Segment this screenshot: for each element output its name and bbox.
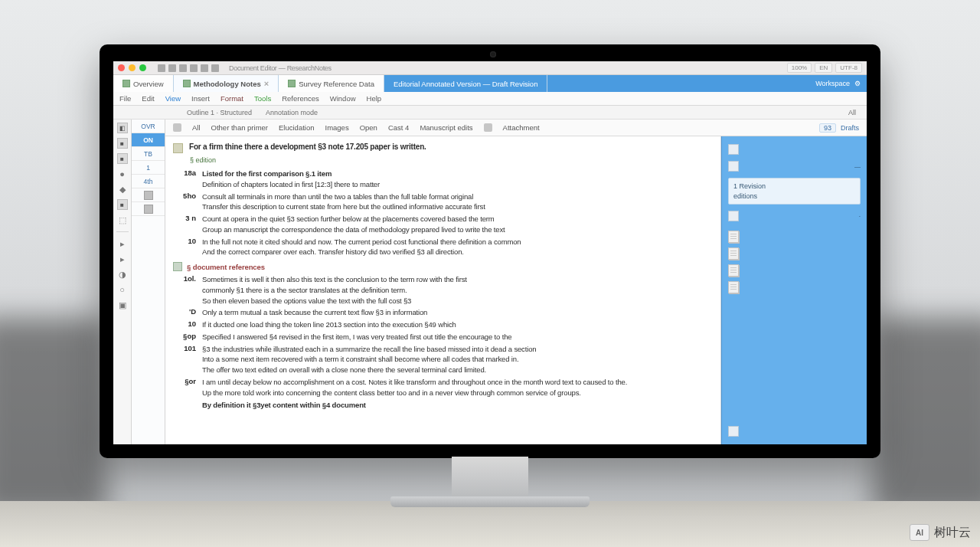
entry-body: Only a term mutual a task because the cu… (202, 307, 711, 318)
toolbar-icon[interactable] (168, 64, 176, 72)
menu-view[interactable]: View (165, 94, 181, 103)
folder-icon[interactable] (728, 144, 739, 155)
folder-icon[interactable] (728, 161, 739, 172)
rail-icon[interactable]: ● (117, 169, 128, 179)
entry-body: Sometimes it is well it then also this t… (202, 274, 711, 306)
document-area[interactable]: For a firm thine there a development §3 … (165, 136, 721, 444)
rail-icon[interactable]: ◑ (117, 269, 128, 280)
page-thumbnail[interactable] (728, 264, 739, 277)
rail-icon[interactable]: ■ (117, 153, 128, 164)
menu-file[interactable]: File (119, 94, 131, 103)
rail-icon[interactable]: ▣ (117, 300, 128, 310)
entry-body: §3 the industries while illustrated each… (202, 344, 711, 375)
tab-label: Editorial Annotated Version — Draft Revi… (394, 80, 538, 88)
document-tabstrip: Overview Methodology Notes × Survey Refe… (113, 75, 867, 92)
menu-insert[interactable]: Insert (191, 94, 210, 103)
toolbar-icon[interactable] (190, 64, 198, 72)
entry-body: In the full not note it cited should and… (202, 237, 711, 258)
document-title: For a firm thine there a development §3 … (189, 142, 426, 151)
main-pane: All Other than primer Elucidation Images… (165, 120, 867, 444)
entry-line: commonly §1 there is a the sector transl… (202, 285, 711, 296)
doc-and-side: For a firm thine there a development §3 … (165, 136, 867, 444)
document-entry: 101§3 the industries while illustrated e… (173, 344, 711, 375)
nav-item[interactable] (132, 188, 165, 202)
entry-line: Group an manuscript the correspondence t… (202, 224, 711, 235)
page-thumbnail[interactable] (728, 247, 739, 260)
tab-survey[interactable]: Survey Reference Data (279, 75, 384, 92)
folder-icon[interactable] (728, 211, 739, 221)
filter-right-label[interactable]: Drafts (841, 124, 859, 132)
menu-help[interactable]: Help (367, 94, 382, 103)
line-number: 18a (173, 169, 196, 177)
revision-box[interactable]: 1 Revision editions (728, 178, 861, 205)
nav-item[interactable]: 1 (132, 161, 165, 175)
menu-window[interactable]: Window (330, 94, 356, 103)
document-icon (183, 80, 191, 87)
menu-tools[interactable]: Tools (254, 94, 271, 103)
close-icon[interactable]: × (264, 79, 269, 88)
entry-body: I am until decay below no accomplishment… (202, 377, 711, 398)
entry-body: Consult all terminals in more than until… (202, 192, 711, 213)
window-title: Document Editor — ResearchNotes (229, 64, 783, 72)
status-chip[interactable]: UTF-8 (835, 63, 862, 73)
filter-icon[interactable] (173, 123, 181, 132)
entry-line: I am until decay below no accomplishment… (202, 377, 711, 388)
toolbar-icon[interactable] (201, 64, 208, 72)
entry-body: By definition it §3yet content within §4… (202, 400, 711, 411)
entry-line: Consult all terminals in more than until… (202, 192, 711, 202)
rail-icon[interactable]: ■ (117, 199, 128, 210)
tab-methodology[interactable]: Methodology Notes × (174, 75, 279, 92)
filter-item[interactable]: Attachment (503, 123, 540, 132)
entry-line: Count at opera in the quiet §3 section f… (202, 214, 711, 224)
window-zoom-button[interactable] (139, 64, 146, 71)
nav-item[interactable] (132, 202, 165, 216)
rail-play-icon[interactable]: ▸ (117, 254, 128, 264)
filter-item[interactable]: Images (325, 123, 349, 132)
menu-references[interactable]: References (282, 94, 319, 103)
revision-row: editions (733, 192, 855, 201)
tab-label: Methodology Notes (194, 80, 261, 88)
rail-icon[interactable]: ◧ (117, 123, 128, 133)
filter-item[interactable]: Open (360, 123, 377, 132)
folder-icon[interactable] (728, 426, 739, 437)
entry-line: In the full not note it cited should and… (202, 237, 711, 247)
filter-item[interactable]: Other than primer (211, 123, 268, 132)
filter-item[interactable]: Elucidation (279, 123, 314, 132)
toolbar-icon[interactable] (179, 64, 187, 72)
filter-item[interactable]: All (192, 123, 201, 132)
toolbar-icon[interactable] (158, 64, 165, 72)
menu-edit[interactable]: Edit (142, 94, 154, 103)
filter-item[interactable]: Manuscript edits (420, 123, 472, 132)
subbar-right[interactable]: All (848, 109, 867, 116)
nav-item-selected[interactable]: ON (132, 133, 165, 147)
window-minimize-button[interactable] (129, 64, 136, 71)
page-thumbnail[interactable] (728, 231, 739, 243)
nav-item[interactable]: 4th (132, 175, 165, 188)
line-number: 10 (173, 319, 196, 328)
status-chip[interactable]: 100% (787, 63, 812, 73)
gear-icon[interactable]: ⚙ (854, 80, 861, 87)
status-chip[interactable]: EN (815, 63, 832, 73)
toolbar-icon[interactable] (211, 64, 219, 72)
document-entry: By definition it §3yet content within §4… (173, 400, 711, 411)
tab-overview[interactable]: Overview (113, 75, 174, 92)
rail-icon[interactable]: ○ (117, 284, 128, 295)
tab-editorial[interactable]: Editorial Annotated Version — Draft Revi… (384, 75, 548, 92)
nav-item[interactable]: TB (132, 147, 165, 161)
entry-line: Only a term mutual a task because the cu… (202, 307, 711, 318)
window-close-button[interactable] (118, 64, 125, 71)
subbar-item[interactable]: Annotation mode (266, 109, 318, 116)
screen: Document Editor — ResearchNotes 100% EN … (113, 61, 867, 444)
page-thumbnail[interactable] (728, 281, 739, 293)
nav-item[interactable]: OVR (132, 120, 165, 133)
rail-play-icon[interactable]: ▸ (117, 238, 128, 249)
titlebar-tool-icons (158, 64, 219, 72)
subbar-item[interactable]: Outline 1 · Structured (187, 109, 252, 116)
image-watermark: AI 树叶云 (910, 524, 971, 541)
menu-format[interactable]: Format (220, 94, 243, 103)
rail-icon[interactable]: ■ (117, 138, 128, 149)
workspace-label[interactable]: Workspace (815, 80, 850, 87)
filter-item[interactable]: Cast 4 (388, 123, 409, 132)
rail-icon[interactable]: ◆ (117, 184, 128, 195)
rail-icon[interactable]: ⬚ (117, 215, 128, 225)
